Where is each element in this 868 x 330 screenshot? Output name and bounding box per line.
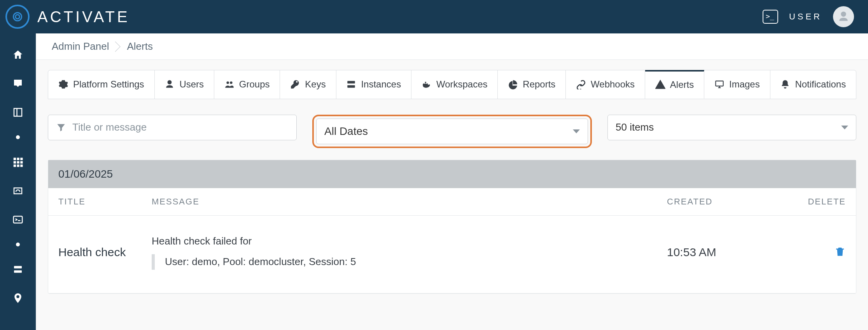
terminal-icon[interactable]	[763, 10, 778, 24]
tab-users[interactable]: Users	[155, 70, 214, 99]
inbox-icon[interactable]	[12, 78, 24, 89]
search-input[interactable]	[72, 121, 289, 133]
server-icon	[346, 79, 356, 89]
brand-text: ACTIVATE	[37, 8, 130, 26]
monitor-icon	[714, 79, 724, 89]
gauge-icon[interactable]	[12, 185, 24, 197]
date-group-header: 01/06/2025	[48, 160, 856, 188]
tab-label: Alerts	[670, 79, 694, 91]
sidebar-separator-dot	[16, 135, 20, 139]
pie-icon	[508, 79, 518, 89]
tab-label: Keys	[305, 79, 326, 90]
search-field[interactable]	[48, 115, 297, 140]
grid-icon[interactable]	[12, 156, 24, 168]
tab-images[interactable]: Images	[704, 70, 770, 99]
svg-rect-13	[14, 271, 22, 273]
tab-label: Images	[729, 79, 760, 90]
left-sidebar	[0, 33, 36, 330]
topbar-right: USER	[763, 6, 854, 27]
chevron-down-icon	[573, 129, 580, 133]
svg-rect-6	[17, 161, 19, 164]
link-icon	[576, 79, 586, 89]
filters-row: All Dates 50 items	[48, 115, 856, 148]
tab-label: Platform Settings	[73, 79, 144, 90]
svg-rect-9	[17, 164, 19, 167]
docker-icon	[422, 79, 432, 89]
logo[interactable]: ACTIVATE	[0, 5, 130, 29]
logo-mark-icon	[5, 5, 30, 29]
user-icon	[164, 79, 175, 89]
date-filter-value: All Dates	[324, 125, 368, 138]
tab-keys[interactable]: Keys	[280, 70, 336, 99]
svg-rect-11	[14, 216, 23, 223]
avatar[interactable]	[833, 6, 854, 27]
settings-icon	[58, 79, 68, 89]
svg-point-14	[226, 82, 229, 84]
breadcrumb-item[interactable]: Alerts	[123, 40, 156, 52]
tab-label: Instances	[361, 79, 401, 90]
tab-label: Groups	[239, 79, 270, 90]
tab-webhooks[interactable]: Webhooks	[566, 70, 645, 99]
panel-icon[interactable]	[12, 107, 24, 118]
svg-rect-22	[716, 81, 723, 86]
tab-platform-settings[interactable]: Platform Settings	[48, 70, 155, 99]
group-icon	[224, 79, 234, 89]
col-header-message: MESSAGE	[152, 197, 667, 207]
svg-rect-5	[14, 161, 16, 164]
svg-rect-3	[17, 158, 19, 160]
tab-label: Users	[179, 79, 204, 90]
col-header-created: CREATED	[667, 197, 784, 207]
main-panel: Admin Panel Alerts Platform Settings Use…	[36, 33, 868, 330]
user-label[interactable]: USER	[789, 12, 822, 22]
key-icon	[290, 79, 300, 89]
svg-rect-8	[14, 164, 16, 167]
row-message-line2: User: demo, Pool: democluster, Session: …	[165, 256, 356, 268]
breadcrumb: Admin Panel Alerts	[36, 33, 868, 60]
quote-bar-icon	[152, 254, 155, 270]
svg-rect-21	[425, 82, 426, 83]
chevron-down-icon	[841, 126, 848, 129]
home-icon[interactable]	[12, 49, 24, 61]
col-header-title: TITLE	[58, 197, 152, 207]
delete-button[interactable]	[834, 245, 846, 260]
row-created: 10:53 AM	[667, 246, 784, 259]
tab-instances[interactable]: Instances	[336, 70, 412, 99]
page-size-select[interactable]: 50 items	[607, 115, 856, 140]
storage-icon[interactable]	[12, 264, 24, 275]
tab-reports[interactable]: Reports	[498, 70, 566, 99]
row-message: Health check failed for User: demo, Pool…	[152, 235, 667, 270]
tab-label: Notifications	[795, 79, 846, 90]
tab-alerts[interactable]: Alerts	[645, 70, 704, 99]
tab-notifications[interactable]: Notifications	[770, 70, 856, 99]
tab-label: Reports	[523, 79, 555, 90]
date-filter-highlight: All Dates	[312, 115, 592, 148]
svg-rect-10	[20, 164, 23, 167]
row-message-line1: Health check failed for	[152, 235, 667, 247]
topbar: ACTIVATE USER	[0, 0, 868, 33]
row-delete	[784, 245, 846, 260]
alerts-table: 01/06/2025 TITLE MESSAGE CREATED DELETE …	[48, 160, 856, 294]
svg-rect-16	[348, 81, 355, 84]
admin-tabs: Platform Settings Users Groups Keys Inst…	[48, 70, 856, 99]
tab-label: Workspaces	[436, 79, 488, 90]
tab-workspaces[interactable]: Workspaces	[411, 70, 498, 99]
tab-groups[interactable]: Groups	[214, 70, 280, 99]
chevron-right-icon	[115, 41, 121, 52]
svg-rect-2	[14, 158, 16, 160]
svg-rect-4	[20, 158, 23, 160]
svg-rect-7	[20, 161, 23, 164]
svg-point-15	[230, 82, 233, 84]
row-title: Health check	[58, 246, 152, 259]
table-header: TITLE MESSAGE CREATED DELETE	[48, 188, 856, 216]
date-filter-select[interactable]: All Dates	[316, 119, 588, 144]
alert-icon	[655, 80, 665, 90]
svg-rect-17	[348, 86, 355, 88]
filter-icon	[56, 122, 66, 133]
page-size-value: 50 items	[616, 121, 654, 133]
trash-icon	[834, 245, 846, 258]
table-row: Health check Health check failed for Use…	[48, 216, 856, 293]
console-icon[interactable]	[12, 214, 24, 225]
tab-label: Webhooks	[591, 79, 635, 90]
location-icon[interactable]	[12, 292, 24, 304]
breadcrumb-item[interactable]: Admin Panel	[48, 40, 113, 52]
